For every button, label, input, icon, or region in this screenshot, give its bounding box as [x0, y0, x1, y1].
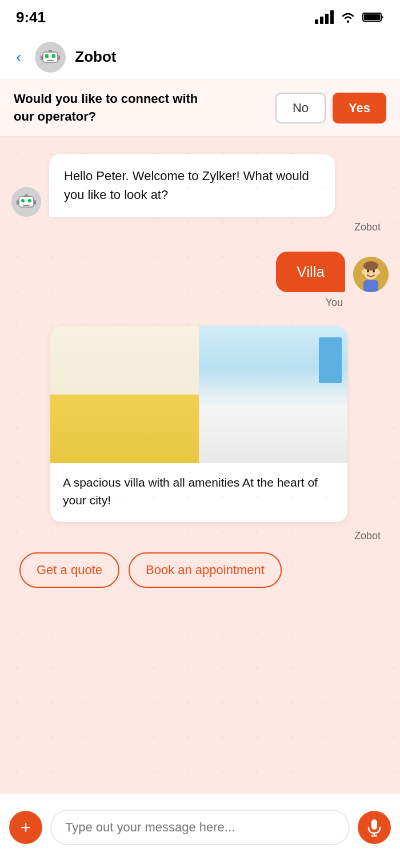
svg-rect-41 [99, 421, 119, 453]
banner-buttons: No Yes [275, 93, 386, 124]
input-area: + [0, 793, 400, 862]
svg-rect-63 [288, 348, 291, 368]
svg-point-12 [52, 54, 55, 58]
svg-rect-60 [234, 359, 255, 376]
svg-point-71 [294, 376, 329, 388]
svg-point-23 [363, 261, 378, 270]
svg-point-16 [28, 199, 31, 202]
svg-rect-36 [139, 349, 144, 373]
svg-rect-37 [68, 371, 145, 374]
status-bar: 9:41 [0, 0, 400, 34]
svg-point-49 [154, 447, 172, 459]
bot-avatar-chat [11, 187, 41, 217]
svg-point-76 [229, 437, 264, 447]
user-avatar-icon [353, 257, 389, 292]
add-attachment-button[interactable]: + [9, 811, 42, 844]
svg-rect-64 [300, 348, 303, 368]
svg-point-24 [362, 270, 365, 274]
svg-rect-80 [371, 819, 377, 830]
svg-rect-57 [205, 353, 264, 359]
svg-rect-40 [92, 415, 151, 463]
svg-rect-35 [122, 349, 126, 373]
svg-rect-9 [41, 55, 43, 60]
svg-rect-62 [276, 348, 279, 368]
bot-sender-name-greeting: Zobot [11, 221, 389, 233]
svg-rect-18 [25, 194, 28, 197]
yes-button[interactable]: Yes [333, 93, 386, 124]
svg-point-73 [315, 391, 345, 415]
svg-rect-54 [199, 395, 347, 463]
svg-rect-59 [211, 359, 231, 376]
villa-image-left [50, 326, 199, 463]
user-avatar [353, 257, 389, 292]
user-sender-name: You [11, 297, 389, 309]
bot-avatar-header [35, 42, 66, 73]
plus-icon: + [21, 818, 31, 837]
villa-card-description: A spacious villa with all amenities At t… [50, 463, 347, 522]
svg-point-48 [68, 447, 86, 459]
svg-point-27 [373, 269, 375, 272]
operator-question: Would you like to connect with our opera… [14, 90, 219, 126]
get-quote-button[interactable]: Get a quote [19, 552, 119, 588]
bot-avatar-icon [35, 42, 66, 73]
svg-rect-34 [104, 349, 109, 373]
bot-avatar-icon-chat [11, 187, 41, 217]
svg-rect-10 [58, 55, 60, 60]
svg-rect-39 [134, 380, 169, 409]
svg-rect-32 [68, 349, 73, 373]
svg-point-75 [331, 403, 347, 419]
svg-point-44 [122, 436, 126, 441]
svg-point-26 [367, 269, 369, 272]
status-icons [315, 10, 384, 24]
svg-rect-65 [312, 348, 315, 368]
svg-point-46 [77, 440, 119, 461]
svg-rect-51 [60, 450, 62, 459]
bot-sender-name-villa: Zobot [11, 530, 389, 542]
user-villa-bubble: Villa [276, 252, 345, 292]
wifi-icon [339, 11, 357, 23]
villa-right-svg [199, 326, 347, 463]
svg-rect-69 [297, 387, 310, 423]
svg-point-78 [300, 441, 335, 449]
battery-icon [362, 11, 384, 23]
svg-rect-61 [270, 341, 347, 348]
no-button[interactable]: No [275, 93, 326, 124]
svg-point-77 [258, 443, 306, 453]
back-button[interactable]: ‹ [11, 46, 26, 69]
svg-point-15 [21, 199, 25, 202]
bot-name: Zobot [75, 48, 116, 66]
bot-greeting-row: Hello Peter. Welcome to Zylker! What wou… [11, 154, 389, 217]
user-villa-row: Villa [11, 252, 389, 292]
svg-rect-28 [50, 326, 199, 463]
svg-rect-56 [270, 341, 347, 454]
svg-rect-17 [23, 205, 30, 206]
villa-card: A spacious villa with all amenities At t… [50, 326, 347, 522]
svg-rect-58 [205, 376, 264, 382]
svg-rect-33 [86, 349, 90, 373]
svg-rect-67 [276, 368, 327, 371]
action-buttons-row: Get a quote Book an appointment [19, 552, 389, 588]
villa-images [50, 326, 347, 463]
chat-header: ‹ Zobot [0, 34, 400, 80]
mic-icon [366, 818, 382, 837]
book-appointment-button[interactable]: Book an appointment [129, 552, 282, 588]
svg-rect-53 [199, 326, 347, 395]
svg-point-45 [56, 442, 115, 463]
svg-rect-72 [327, 406, 333, 441]
svg-rect-8 [49, 50, 52, 53]
chat-area: Hello Peter. Welcome to Zylker! What wou… [0, 137, 400, 793]
svg-point-11 [45, 54, 49, 58]
villa-image-right [199, 326, 347, 463]
message-input[interactable] [50, 810, 350, 845]
svg-rect-20 [34, 200, 36, 205]
microphone-button[interactable] [358, 811, 391, 844]
status-time: 9:41 [16, 9, 46, 26]
svg-point-25 [377, 270, 380, 274]
svg-point-47 [127, 446, 175, 463]
svg-rect-68 [294, 383, 329, 454]
svg-rect-7 [47, 60, 54, 61]
svg-point-74 [307, 401, 328, 417]
villa-left-svg [50, 326, 199, 463]
svg-rect-31 [62, 349, 157, 354]
svg-rect-29 [50, 347, 199, 463]
